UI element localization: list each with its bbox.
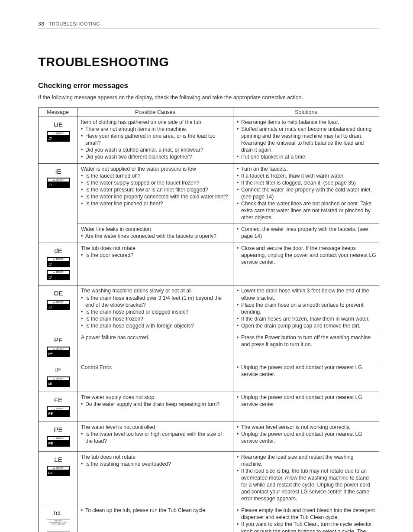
solution-item: Connect the water line properly with the… bbox=[237, 186, 376, 200]
solution-item: If a faucet is frozen, thaw it with warm… bbox=[237, 172, 376, 179]
error-code: OE bbox=[42, 289, 74, 298]
solution-item: Turn on the faucets. bbox=[237, 165, 376, 172]
solutions-cell: Rearrange items to help balance the load… bbox=[233, 117, 379, 164]
solutions-cell: Lower the drain hose within 3 feet below… bbox=[233, 285, 379, 332]
error-code: dE bbox=[42, 247, 74, 255]
message-cell: LELE bbox=[39, 451, 77, 505]
message-cell: FEFE bbox=[39, 392, 77, 422]
message-cell: tcLTUB CLEAN RECOMMENDED — RUN TUB CLEAN… bbox=[39, 505, 77, 532]
table-row: PEPEThe water level is not controlledIs … bbox=[39, 422, 379, 451]
col-causes: Possible Causes bbox=[77, 108, 233, 117]
solution-item: If the drain hoses are frozen, thaw them… bbox=[237, 315, 376, 322]
causes-cell: A power failure has occurred. bbox=[77, 332, 233, 362]
cause-item: Is the water line pinched or bent? bbox=[81, 200, 230, 207]
causes-cell: Item of clothing has gathered on one sid… bbox=[77, 117, 233, 164]
cause-item: Is the water pressure low or is an inlet… bbox=[81, 186, 230, 193]
solution-item: The water level sensor is not working co… bbox=[237, 424, 376, 431]
error-badge-icon: PF bbox=[47, 347, 70, 357]
cause-item: There are not enough items in the machin… bbox=[81, 126, 230, 133]
table-row: tcLTUB CLEAN RECOMMENDED — RUN TUB CLEAN… bbox=[39, 505, 379, 532]
table-row: Water line leaks in connectionAre the wa… bbox=[39, 224, 379, 243]
intro-text: If the following message appears on the … bbox=[38, 94, 379, 101]
cause-item: Is the water level too low or high compa… bbox=[81, 431, 230, 444]
col-solutions: Solutions bbox=[233, 108, 379, 117]
table-row: LELEThe tub does not rotateIs the washin… bbox=[39, 451, 379, 505]
error-code: PE bbox=[42, 425, 74, 434]
causes-cell: The tub does not rotateIs the washing ma… bbox=[77, 451, 233, 505]
cause-item: Are the water lines connected with the f… bbox=[81, 233, 230, 240]
causes-cell: To clean up the tub, please run the Tub … bbox=[77, 505, 233, 532]
error-badge-icon: ◻ bbox=[47, 257, 70, 267]
solution-item: Unplug the power cord and contact your n… bbox=[237, 364, 376, 378]
cause-item: Is the water supply stopped or the fauce… bbox=[81, 179, 230, 186]
causes-cell: Water line leaks in connectionAre the wa… bbox=[77, 224, 233, 243]
cause-item: Is the washing machine overloaded? bbox=[81, 461, 230, 467]
causes-cell: Water is not supplied or the water press… bbox=[77, 163, 233, 224]
tcl-badge-icon: TUB CLEAN RECOMMENDED — RUN TUB CLEAN CY… bbox=[47, 519, 70, 532]
causes-cell: The water level is not controlledIs the … bbox=[77, 422, 233, 451]
solution-item: Open the drain pump plug cap and remove … bbox=[237, 322, 376, 329]
solutions-cell: Press the Power button to turn off the w… bbox=[233, 332, 379, 362]
message-cell: PFPF bbox=[39, 332, 77, 362]
causes-cell: The tub does not rotateIs the door secur… bbox=[77, 243, 233, 285]
cause-item: Is the drain hose frozen? bbox=[81, 315, 230, 322]
page-title: TROUBLESHOOTING bbox=[38, 55, 379, 69]
solution-item: Unplug the power cord and contact your n… bbox=[237, 431, 376, 444]
solutions-cell: Unplug the power cord and contact your n… bbox=[233, 392, 379, 422]
solutions-cell: Close and secure the door. If the messag… bbox=[233, 243, 379, 285]
error-code: FE bbox=[42, 396, 74, 404]
error-badge-icon: ◻ bbox=[47, 131, 70, 142]
page-number: 38 bbox=[38, 21, 44, 27]
solution-item: If the load size is big, the tub may not… bbox=[237, 467, 376, 502]
solution-item: Check that the water lines are not pinch… bbox=[237, 200, 376, 221]
table-row: PFPFA power failure has occurred.Press t… bbox=[39, 332, 379, 362]
cause-item: To clean up the tub, please run the Tub … bbox=[81, 507, 230, 514]
solution-item: Put one blanket in at a time. bbox=[237, 153, 376, 160]
message-cell: IE◻ bbox=[39, 163, 77, 243]
error-table: Message Possible Causes Solutions UE◻Ite… bbox=[38, 107, 379, 532]
error-code: tE bbox=[42, 366, 74, 374]
error-code: LE bbox=[42, 455, 74, 464]
solution-item: Please empty the tub and insert bleach i… bbox=[237, 507, 376, 521]
error-badge-icon: PE bbox=[47, 436, 70, 447]
solution-item: Stuffed animals or mats can become unbal… bbox=[237, 126, 376, 153]
solution-item: If the inlet filter is clogged, clean it… bbox=[237, 179, 376, 186]
error-code: PF bbox=[42, 336, 74, 344]
error-badge-icon: ◻ bbox=[47, 300, 70, 310]
table-row: FEFEThe water supply does not stopDo the… bbox=[39, 392, 379, 422]
solution-item: Rearrange items to help balance the load… bbox=[237, 119, 376, 126]
header-section: TROUBLESHOOTING bbox=[49, 21, 100, 26]
causes-cell: The water supply does not stopDo the wat… bbox=[77, 392, 233, 422]
table-row: UE◻Item of clothing has gathered on one … bbox=[39, 117, 379, 164]
error-badge-icon: tE bbox=[47, 376, 70, 387]
message-cell: PEPE bbox=[39, 422, 77, 451]
cause-item: Is the drain hose pinched or clogged ins… bbox=[81, 308, 230, 315]
solutions-cell: Unplug the power cord and contact your n… bbox=[233, 362, 379, 392]
cause-item: Did you wash two different blankets toge… bbox=[81, 153, 230, 160]
cause-item: Is the water line properly connected wit… bbox=[81, 193, 230, 200]
error-badge-icon: ◻ bbox=[47, 270, 70, 280]
message-cell: OE◻ bbox=[39, 285, 77, 332]
table-row: tEtEControl Error.Unplug the power cord … bbox=[39, 362, 379, 392]
solution-item: Rearrange the load size and restart the … bbox=[237, 454, 376, 467]
solutions-cell: Connect the water lines properly with th… bbox=[233, 224, 379, 243]
causes-cell: The washing machine drains slowly or not… bbox=[77, 285, 233, 332]
table-row: OE◻The washing machine drains slowly or … bbox=[39, 285, 379, 332]
cause-item: Is the drain hose clogged with foreign o… bbox=[81, 322, 230, 329]
message-cell: tEtE bbox=[39, 362, 77, 392]
col-message: Message bbox=[39, 108, 77, 117]
solution-item: If you want to skip the Tub Clean, turn … bbox=[237, 521, 376, 532]
cause-item: Is the faucet turned off? bbox=[81, 172, 230, 179]
solutions-cell: Turn on the faucets.If a faucet is froze… bbox=[233, 163, 379, 224]
table-row: dE◻◻The tub does not rotateIs the door s… bbox=[39, 243, 379, 285]
page-header: 38 TROUBLESHOOTING bbox=[38, 21, 379, 29]
table-row: IE◻Water is not supplied or the water pr… bbox=[39, 163, 379, 224]
section-subtitle: Checking error messages bbox=[38, 81, 379, 90]
causes-cell: Control Error. bbox=[77, 362, 233, 392]
solution-item: Close and secure the door. If the messag… bbox=[237, 245, 376, 266]
cause-item: Did you wash a stuffed animal, a mat, or… bbox=[81, 146, 230, 153]
solution-item: Place the drain hose on a smooth surface… bbox=[237, 302, 376, 315]
solutions-cell: The water level sensor is not working co… bbox=[233, 422, 379, 451]
solution-item: Unplug the power cord and contact your n… bbox=[237, 394, 376, 408]
solution-item: Connect the water lines properly with th… bbox=[237, 226, 376, 240]
